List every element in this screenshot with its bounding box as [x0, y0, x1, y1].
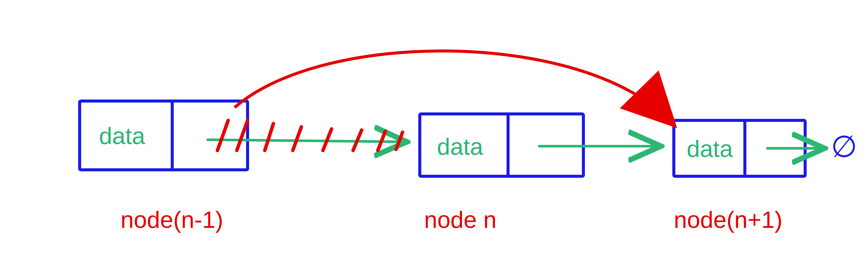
- linked-list-diagram: data data data ∅ node(n-1) node n node(n…: [0, 0, 868, 276]
- svg-line-3: [237, 120, 248, 150]
- bypass-arrow: [235, 51, 670, 120]
- cut-marks: [217, 120, 403, 150]
- node-curr-caption: node n: [424, 206, 496, 233]
- node-curr-data-label: data: [437, 133, 483, 160]
- null-symbol: ∅: [831, 130, 857, 163]
- node-prev-data-label: data: [99, 123, 145, 149]
- node-next-data-label: data: [687, 135, 733, 162]
- svg-line-4: [265, 124, 273, 150]
- node-next-caption: node(n+1): [674, 206, 782, 233]
- svg-line-5: [293, 127, 301, 150]
- pointer-prev-to-curr: [207, 140, 407, 142]
- node-prev-caption: node(n-1): [121, 206, 223, 233]
- svg-line-2: [217, 120, 228, 150]
